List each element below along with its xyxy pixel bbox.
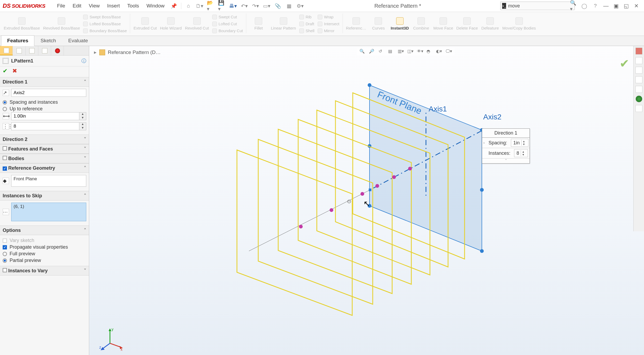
group-reference-geometry[interactable]: Reference Geometry ˄	[0, 163, 89, 173]
checkbox-icon[interactable]	[3, 156, 7, 160]
rib-move-face[interactable]: Move Face	[432, 14, 455, 34]
callout-instances-field[interactable]: 8 ▲▼	[514, 149, 528, 157]
rib-linear-pattern[interactable]: Linear Pattern	[269, 14, 297, 34]
spacing-input[interactable]	[11, 112, 79, 120]
reverse-direction-icon[interactable]: ↗	[3, 90, 9, 96]
new-icon[interactable]: 🗋▾	[196, 2, 204, 10]
rib-swept-cut[interactable]: Swept Cut	[211, 14, 245, 20]
rib-reference-geom[interactable]: Referenc…	[344, 14, 368, 34]
checkbox-icon[interactable]	[3, 268, 7, 272]
menu-insert[interactable]: Insert	[103, 3, 124, 9]
spin-down-icon[interactable]: ▼	[521, 153, 526, 156]
callout-spacing-field[interactable]: 1in ▲▼	[511, 139, 528, 147]
rib-boundary-cut[interactable]: Boundary Cut	[211, 28, 245, 34]
open-icon[interactable]: 📂▾	[207, 2, 215, 10]
menu-tools[interactable]: Tools	[124, 3, 143, 9]
radio-spacing-instances[interactable]: Spacing and instances	[3, 99, 86, 106]
hide-show-icon[interactable]: 👁▾	[417, 49, 423, 55]
rib-draft[interactable]: Draft	[298, 21, 316, 27]
taskpane-view-palette-icon[interactable]	[635, 95, 642, 102]
model-view[interactable]: Front Plane Axis1 Axis2	[89, 46, 644, 355]
edit-appearance-icon[interactable]: ◓	[426, 49, 433, 55]
view-settings-icon[interactable]: 🖵▾	[446, 49, 452, 55]
menu-file[interactable]: File	[53, 3, 69, 9]
search-input[interactable]	[508, 3, 570, 9]
spacing-spinner[interactable]: ▲▼	[11, 112, 86, 120]
minimize-button[interactable]: —	[601, 3, 611, 9]
rib-rib[interactable]: Rib	[298, 14, 316, 20]
graphics-area[interactable]: ▸ Referance Pattern (D… 🔍 🔎 ↺ ▤ ▥▾ ◫▾ 👁▾…	[89, 46, 644, 355]
orientation-triad[interactable]: y x z	[99, 327, 123, 351]
taskpane-home-icon[interactable]	[635, 57, 642, 64]
tab-evaluate[interactable]: Evaluate	[62, 35, 94, 46]
view-orientation-icon[interactable]: ▥▾	[398, 49, 404, 55]
zoom-area-icon[interactable]: 🔎	[369, 49, 375, 55]
menu-edit[interactable]: Edit	[69, 3, 85, 9]
rib-swept-boss[interactable]: Swept Boss/Base	[81, 14, 128, 20]
callout-collapse-icon[interactable]: ˄	[482, 158, 530, 163]
select-icon[interactable]: ▭▾	[263, 2, 271, 10]
menu-window[interactable]: Window	[143, 3, 168, 9]
radio-partial-preview[interactable]: Partial preview	[3, 257, 86, 264]
rib-revolved-boss[interactable]: Revolved Boss/Base	[42, 14, 81, 34]
instances-to-skip-field[interactable]: (6, 1)	[11, 203, 86, 221]
spin-down-icon[interactable]: ▼	[79, 116, 86, 120]
menu-view[interactable]: View	[85, 3, 104, 9]
radio-up-to-reference[interactable]: Up to reference	[3, 106, 86, 112]
tab-features[interactable]: Features	[1, 35, 34, 46]
maximize-button[interactable]: ◱	[621, 3, 631, 9]
group-bodies[interactable]: Bodies ˅	[0, 154, 89, 163]
flyout-feature-tree[interactable]: ▸ Referance Pattern (D…	[94, 49, 161, 55]
undo-icon[interactable]: ↶▾	[240, 2, 248, 10]
rib-move-copy-bodies[interactable]: Move/Copy Bodies	[501, 14, 538, 34]
rib-mirror[interactable]: Mirror	[316, 28, 341, 34]
spin-down-icon[interactable]: ▼	[522, 143, 526, 146]
panel-tab-property-manager[interactable]	[13, 46, 26, 55]
instances-spinner[interactable]: ▲▼	[11, 122, 86, 130]
checkbox-icon[interactable]	[3, 166, 7, 171]
checkbox-icon[interactable]	[3, 146, 7, 151]
rib-extruded-boss[interactable]: Extruded Boss/Base	[2, 14, 42, 34]
direction1-axis-field[interactable]	[11, 89, 86, 97]
previous-view-icon[interactable]: ↺	[379, 49, 385, 55]
taskpane-close-icon[interactable]	[635, 48, 642, 55]
expand-tree-icon[interactable]: ▸	[94, 49, 97, 55]
rib-combine[interactable]: Combine	[411, 14, 432, 34]
taskpane-file-explorer-icon[interactable]	[635, 86, 642, 93]
panel-tab-feature-tree[interactable]	[0, 46, 13, 55]
spin-up-icon[interactable]: ▲	[79, 123, 86, 126]
pin-icon[interactable]: 📌	[170, 2, 178, 10]
check-propagate-visual[interactable]: Propagate visual properties	[3, 244, 86, 250]
confirm-ok-flag-icon[interactable]: ✔	[620, 57, 629, 70]
taskpane-design-library-icon[interactable]	[635, 76, 642, 83]
group-options[interactable]: Options ˄	[0, 225, 89, 235]
help-icon[interactable]: ?	[591, 2, 599, 10]
spin-down-icon[interactable]: ▼	[79, 126, 86, 130]
spin-up-icon[interactable]: ▲	[79, 112, 86, 116]
radio-full-preview[interactable]: Full preview	[3, 250, 86, 257]
search-icon[interactable]: 🔍▾	[570, 0, 576, 12]
group-instances-to-skip[interactable]: Instances to Skip ˄	[0, 191, 89, 201]
attach-icon[interactable]: 📎	[274, 2, 282, 10]
section-view-icon[interactable]: ▤	[388, 49, 395, 55]
panel-tab-appearances[interactable]	[51, 46, 64, 55]
taskpane-resources-icon[interactable]	[635, 67, 642, 74]
group-features-faces[interactable]: Features and Faces ˅	[0, 144, 89, 154]
rib-boundary-boss[interactable]: Boundary Boss/Base	[81, 28, 128, 34]
rib-hole-wizard[interactable]: Hole Wizard	[158, 14, 183, 34]
rib-delete-face[interactable]: Delete Face	[455, 14, 479, 34]
taskpane-appearances-icon[interactable]	[635, 105, 642, 112]
reference-geometry-field[interactable]: Front Plane	[11, 175, 86, 187]
display-style-icon[interactable]: ◫▾	[407, 49, 414, 55]
rib-instant3d[interactable]: Instant3D	[389, 14, 410, 34]
rib-fillet[interactable]: Fillet	[248, 14, 269, 34]
options-icon[interactable]: ⚙▾	[296, 2, 304, 10]
home-icon[interactable]: ⌂	[184, 2, 192, 10]
rib-lofted-boss[interactable]: Lofted Boss/Base	[81, 21, 128, 27]
user-icon[interactable]: ◯	[580, 2, 588, 10]
apply-scene-icon[interactable]: ◐▾	[436, 49, 442, 55]
group-direction2[interactable]: Direction 2 ˅	[0, 135, 89, 144]
rib-extruded-cut[interactable]: Extruded Cut	[132, 14, 158, 34]
pm-ok-button[interactable]: ✔	[3, 68, 7, 74]
close-button[interactable]: ✕	[631, 3, 641, 9]
